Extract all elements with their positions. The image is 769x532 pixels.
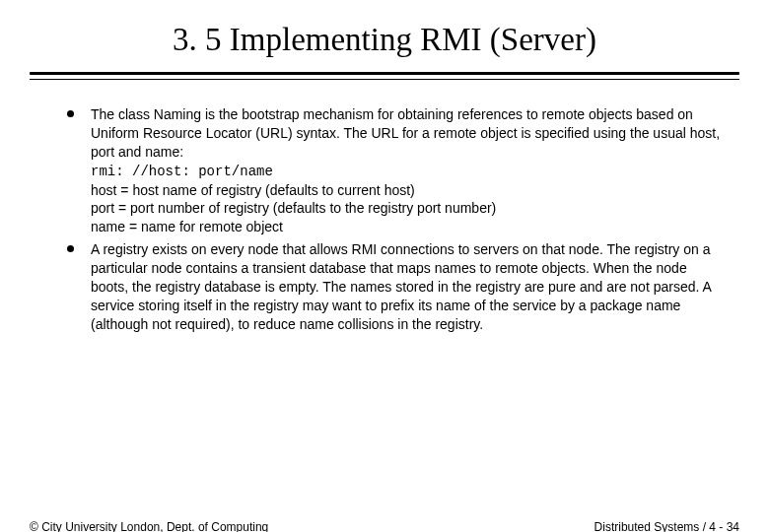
divider [30,72,739,80]
list-item: A registry exists on every node that all… [91,240,722,333]
bullet-list: The class Naming is the bootstrap mechan… [91,105,722,334]
bullet-text: The class Naming is the bootstrap mechan… [91,106,720,160]
bullet-line: port = port number of registry (defaults… [91,200,496,216]
slide: 3. 5 Implementing RMI (Server) The class… [0,22,769,532]
code-text: rmi: //host: port/name [91,164,273,179]
footer-left: © City University London, Dept. of Compu… [30,520,268,532]
bullet-line: name = name for remote object [91,219,283,234]
slide-body: The class Naming is the bootstrap mechan… [0,80,769,334]
slide-title: 3. 5 Implementing RMI (Server) [0,22,769,58]
bullet-line: host = host name of registry (defaults t… [91,182,415,198]
footer: © City University London, Dept. of Compu… [30,520,739,532]
bullet-text: A registry exists on every node that all… [91,241,711,332]
footer-right: Distributed Systems / 4 - 34 [594,520,739,532]
list-item: The class Naming is the bootstrap mechan… [91,105,722,236]
